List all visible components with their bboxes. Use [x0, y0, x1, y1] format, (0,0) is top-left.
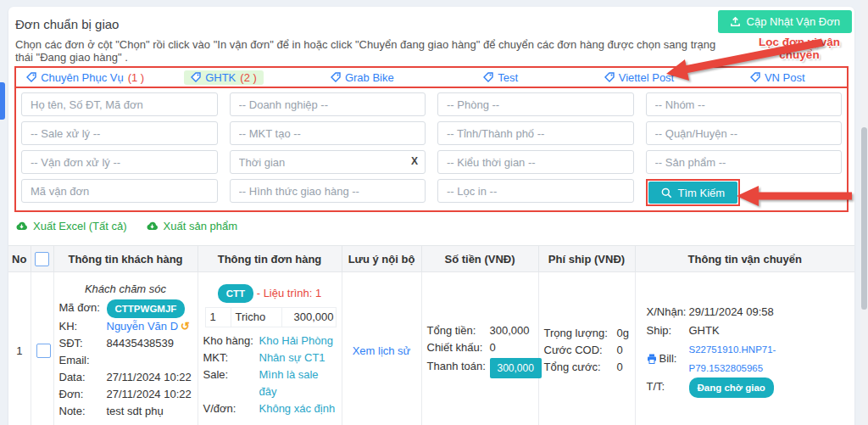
weight-label: Trọng lượng:	[544, 325, 617, 342]
paid-label: Thanh toán:	[427, 358, 490, 378]
product-price: 300,000	[282, 308, 338, 327]
printer-icon[interactable]	[647, 354, 657, 364]
cloud-download-icon	[146, 221, 159, 231]
ship-carrier-value: GHTK	[689, 322, 720, 340]
waybill-code-input[interactable]	[21, 179, 218, 203]
sale-link[interactable]: Mình là sale đây	[259, 366, 337, 400]
print-filter-select[interactable]	[437, 179, 634, 203]
customer-label: KH:	[59, 318, 107, 335]
delivery-method-select[interactable]	[230, 179, 426, 203]
discount-label: Chiết khấu:	[427, 339, 490, 356]
tag-icon	[26, 72, 36, 82]
update-waybill-label: Cập Nhật Vận Đơn	[747, 15, 840, 28]
paid-badge: 300,000	[490, 358, 542, 378]
weight-value: 0g	[617, 325, 629, 342]
group-select[interactable]	[646, 92, 843, 116]
district-select[interactable]	[646, 121, 843, 145]
table-header-row: No Thông tin khách hàng Thông tin đơn hà…	[8, 246, 854, 272]
search-name-phone-input[interactable]	[21, 92, 218, 116]
bill-number-link[interactable]: S22751910.HNP71-P79.1532805965	[689, 340, 850, 377]
tag-icon	[604, 72, 615, 82]
time-range-input[interactable]	[230, 150, 426, 174]
mkt-label: MKT:	[203, 350, 259, 366]
filter-panel: X Tìm Kiếm	[14, 87, 849, 212]
orders-table: No Thông tin khách hàng Thông tin đơn hà…	[8, 245, 854, 425]
tab-ghtk[interactable]: GHTK (2 )	[154, 70, 292, 85]
phone-label: SĐT:	[59, 335, 107, 352]
vdon-link[interactable]: Không xác định	[259, 400, 336, 417]
search-button[interactable]: Tìm Kiếm	[648, 182, 738, 204]
tab-label: Test	[498, 71, 518, 84]
table-row: 1 Khách chăm sóc Mã đơn: CTTPWGMJF KH: N…	[8, 272, 854, 425]
view-history-link[interactable]: Xem lịch sử	[353, 344, 411, 357]
internal-note-cell: Xem lịch sử	[342, 272, 421, 425]
mkt-link[interactable]: Nhân sự CT1	[259, 350, 326, 366]
order-code-badge[interactable]: CTTPWGMJF	[107, 299, 186, 318]
customer-name-link[interactable]: Nguyễn Văn D	[107, 320, 179, 333]
receive-value: 29/11/2024 09:58	[689, 303, 774, 322]
scrollbar-thumb[interactable]	[861, 127, 867, 310]
col-amount: Số tiền (VNĐ)	[421, 246, 538, 272]
customer-cell: Khách chăm sóc Mã đơn: CTTPWGMJF KH: Ngu…	[53, 272, 198, 425]
product-mini-table: 1 Tricho 300,000	[205, 307, 337, 327]
col-customer: Thông tin khách hàng	[53, 246, 198, 272]
update-waybill-button[interactable]: Cập Nhật Vận Đơn	[718, 10, 852, 33]
warehouse-link[interactable]: Kho Hải Phòng	[259, 333, 333, 350]
mkt-creator-select[interactable]	[230, 121, 426, 145]
order-cell: CTT - Liệu trình: 1 1 Tricho 300,000 Kho…	[198, 272, 342, 425]
business-select[interactable]	[230, 92, 426, 116]
tab-chuyen-phuc-vu[interactable]: Chuyên Phục Vụ (1 )	[16, 70, 154, 85]
row-number: 1	[8, 272, 31, 425]
discount-value: 0	[490, 339, 496, 356]
department-select[interactable]	[437, 92, 634, 116]
col-shipping: Thông tin vận chuyển	[635, 246, 854, 272]
fee-total-label: Tổng cước:	[544, 359, 617, 376]
tab-count: (1 )	[128, 71, 145, 84]
search-icon	[661, 187, 672, 199]
tab-label: Grab Bike	[345, 71, 394, 84]
export-product-label: Xuất sản phẩm	[164, 220, 237, 232]
sale-handler-select[interactable]	[21, 121, 218, 145]
annotation-arrow-search	[732, 181, 859, 211]
col-order: Thông tin đơn hàng	[198, 246, 342, 272]
waybill-handler-select[interactable]	[21, 150, 218, 174]
order-type-badge: CTT	[218, 284, 253, 303]
shipping-status-badge: Đang chờ giao	[689, 377, 774, 398]
scrollbar-track[interactable]	[860, 0, 868, 425]
search-annotation-box: Tìm Kiếm	[646, 179, 741, 206]
tab-label: Chuyên Phục Vụ	[41, 71, 124, 84]
data-value: 27/11/2024 10:22	[107, 369, 192, 386]
warehouse-label: Kho hàng:	[203, 333, 259, 350]
row-checkbox[interactable]	[36, 344, 51, 358]
cod-value: 0	[617, 342, 623, 359]
col-select	[31, 246, 53, 272]
export-excel-link[interactable]: Xuất Excel (Tất cả)	[15, 220, 127, 232]
amount-cell: Tổng tiền: 300,000 Chiết khấu: 0 Thanh t…	[421, 272, 538, 425]
order-code-label: Mã đơn:	[59, 299, 107, 318]
tab-label: GHTK	[205, 71, 236, 84]
product-qty: 1	[206, 308, 231, 327]
province-select[interactable]	[437, 121, 634, 145]
upload-icon	[730, 16, 741, 27]
tag-icon	[191, 72, 201, 82]
col-no: No	[8, 246, 31, 272]
tab-count: (2 )	[240, 71, 257, 84]
tag-icon	[483, 72, 493, 82]
fee-total-value: 0	[617, 359, 623, 376]
tab-test[interactable]: Test	[431, 70, 570, 85]
order-date-label: Đơn:	[59, 386, 107, 403]
status-label: T/T:	[647, 377, 689, 398]
product-select[interactable]	[646, 150, 843, 174]
sale-label: Sale:	[203, 366, 259, 400]
clear-time-icon[interactable]: X	[411, 155, 418, 167]
history-icon[interactable]: ↺	[181, 320, 190, 333]
export-product-link[interactable]: Xuất sản phẩm	[146, 220, 237, 232]
note-value: test sdt phụ	[107, 403, 164, 420]
left-edge-widget	[0, 82, 5, 120]
export-excel-label: Xuất Excel (Tất cả)	[33, 220, 127, 232]
time-type-select[interactable]	[437, 150, 634, 174]
tab-grab-bike[interactable]: Grab Bike	[293, 70, 431, 85]
search-button-label: Tìm Kiếm	[678, 187, 726, 199]
select-all-checkbox[interactable]	[35, 252, 49, 266]
treatment-text: - Liệu trình: 1	[257, 287, 322, 299]
